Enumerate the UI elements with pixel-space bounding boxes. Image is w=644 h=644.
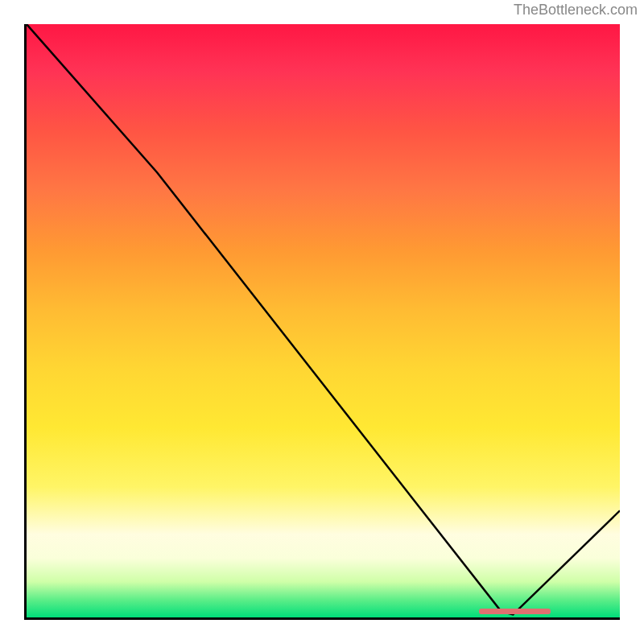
optimal-range-marker	[479, 609, 551, 614]
chart-plot-area	[24, 24, 620, 620]
line-chart-svg	[27, 24, 620, 617]
watermark-text: TheBottleneck.com	[514, 2, 638, 19]
chart-curve	[27, 24, 620, 614]
